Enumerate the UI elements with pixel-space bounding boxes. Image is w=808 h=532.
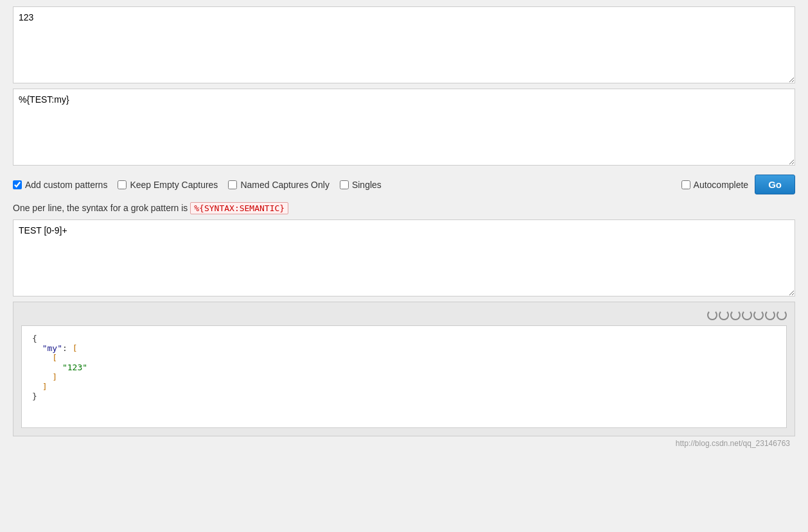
autocomplete-checkbox[interactable]	[681, 180, 690, 189]
options-row: Add custom patterns Keep Empty Captures …	[13, 171, 795, 198]
singles-label: Singles	[352, 180, 382, 190]
json-result: { "my": [ [ "123" ] ] }	[32, 334, 776, 401]
main-container: 123 %{TEST:my} Add custom patterns Keep …	[0, 0, 808, 463]
go-button[interactable]: Go	[755, 175, 795, 194]
hint-text: One per line, the syntax for a grok patt…	[13, 203, 188, 213]
spinner-icon-6	[765, 310, 775, 320]
spinner-icon-1	[707, 310, 717, 320]
add-custom-patterns-checkbox[interactable]	[13, 180, 22, 189]
result-icons-row	[21, 310, 787, 320]
syntax-badge: %{SYNTAX:SEMANTIC}	[190, 202, 288, 214]
named-captures-only-option[interactable]: Named Captures Only	[228, 180, 329, 190]
input-textarea[interactable]: 123	[13, 6, 795, 83]
json-line-3: [	[32, 353, 776, 363]
result-container: { "my": [ [ "123" ] ] }	[13, 302, 795, 436]
custom-patterns-textarea[interactable]: TEST [0-9]+	[13, 219, 795, 296]
add-custom-patterns-label: Add custom patterns	[25, 180, 107, 190]
json-line-2: "my": [	[32, 343, 776, 353]
result-code-box: { "my": [ [ "123" ] ] }	[21, 325, 787, 428]
spinner-icon-7	[777, 310, 787, 320]
keep-empty-captures-checkbox[interactable]	[118, 180, 127, 189]
named-captures-only-label: Named Captures Only	[240, 180, 329, 190]
json-line-7: }	[32, 391, 776, 401]
hint-row: One per line, the syntax for a grok patt…	[13, 202, 795, 214]
keep-empty-captures-label: Keep Empty Captures	[130, 180, 218, 190]
spinner-icon-4	[742, 310, 752, 320]
keep-empty-captures-option[interactable]: Keep Empty Captures	[118, 180, 218, 190]
options-left: Add custom patterns Keep Empty Captures …	[13, 180, 681, 190]
autocomplete-label: Autocomplete	[694, 180, 749, 190]
singles-option[interactable]: Singles	[340, 180, 382, 190]
pattern-textarea[interactable]: %{TEST:my}	[13, 89, 795, 166]
spinner-icon-2	[719, 310, 729, 320]
add-custom-patterns-option[interactable]: Add custom patterns	[13, 180, 107, 190]
watermark: http://blog.csdn.net/qq_23146763	[13, 436, 795, 450]
json-line-6: ]	[32, 382, 776, 391]
options-right: Autocomplete Go	[681, 175, 795, 194]
autocomplete-option[interactable]: Autocomplete	[681, 180, 749, 190]
json-line-4: "123"	[32, 363, 776, 372]
spinner-icon-3	[730, 310, 741, 320]
named-captures-only-checkbox[interactable]	[228, 180, 237, 189]
json-line-1: {	[32, 334, 776, 343]
singles-checkbox[interactable]	[340, 180, 349, 189]
spinner-icon-5	[753, 310, 764, 320]
json-line-5: ]	[32, 372, 776, 382]
